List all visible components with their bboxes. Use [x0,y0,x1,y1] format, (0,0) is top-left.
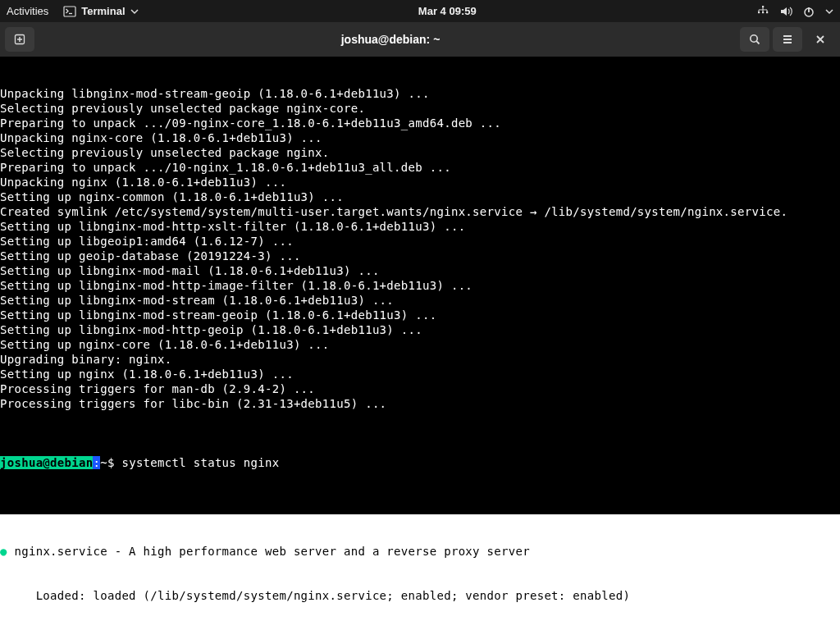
search-button[interactable] [740,27,769,52]
window-title: joshua@debian: ~ [41,33,740,46]
systemctl-status-output: ● nginx.service - A high performance web… [0,514,840,630]
output-line: Setting up libgeoip1:amd64 (1.6.12-7) ..… [0,234,840,249]
output-line: Setting up libnginx-mod-stream (1.18.0-6… [0,293,840,308]
output-line: Created symlink /etc/systemd/system/mult… [0,204,840,219]
svg-rect-1 [762,6,764,7]
output-line: Setting up libnginx-mod-http-geoip (1.18… [0,322,840,337]
chevron-down-icon[interactable] [825,7,833,16]
output-line: Processing triggers for libc-bin (2.31-1… [0,396,840,411]
output-line: Selecting previously unselected package … [0,145,840,160]
svg-rect-4 [766,11,768,13]
output-line: Unpacking libnginx-mod-stream-geoip (1.1… [0,86,840,101]
svg-rect-3 [762,11,764,13]
output-line: Preparing to unpack .../10-nginx_1.18.0-… [0,160,840,175]
output-line: Setting up geoip-database (20191224-3) .… [0,249,840,263]
terminal-titlebar: joshua@debian: ~ [0,22,840,57]
terminal-icon [63,5,76,18]
output-line: Setting up libnginx-mod-http-image-filte… [0,278,840,293]
hamburger-icon [781,33,794,46]
close-button[interactable] [806,27,835,52]
menu-button[interactable] [773,27,802,52]
svg-rect-2 [758,11,760,13]
new-tab-button[interactable] [5,27,34,52]
command-text: systemctl status nginx [121,456,279,469]
activities-button[interactable]: Activities [7,5,48,17]
gnome-top-bar: Activities Terminal Mar 4 09:59 [0,0,840,22]
svg-rect-0 [64,7,75,16]
output-line: Setting up nginx (1.18.0-6.1+deb11u3) ..… [0,367,840,381]
power-icon[interactable] [802,5,815,18]
output-line: Setting up nginx-core (1.18.0-6.1+deb11u… [0,337,840,352]
chevron-down-icon [130,7,139,16]
shell-prompt: joshua@debian:~$ systemctl status nginx [0,455,840,470]
terminal-app-menu[interactable]: Terminal [63,5,138,18]
output-line: Setting up libnginx-mod-mail (1.18.0-6.1… [0,263,840,278]
output-line: Setting up libnginx-mod-http-xslt-filter… [0,219,840,234]
output-line: Setting up nginx-common (1.18.0-6.1+deb1… [0,189,840,204]
clock[interactable]: Mar 4 09:59 [139,5,756,17]
output-line: Upgrading binary: nginx. [0,352,840,367]
output-line: Selecting previously unselected package … [0,101,840,116]
search-icon [748,33,761,46]
network-icon[interactable] [756,5,769,18]
terminal-output[interactable]: Unpacking libnginx-mod-stream-geoip (1.1… [0,57,840,630]
output-line: Setting up libnginx-mod-stream-geoip (1.… [0,308,840,322]
close-icon [815,34,826,45]
output-line: Processing triggers for man-db (2.9.4-2)… [0,381,840,396]
output-line: Unpacking nginx (1.18.0-6.1+deb11u3) ... [0,175,840,189]
svg-point-7 [751,35,757,42]
volume-icon[interactable] [779,5,792,18]
output-line: Unpacking nginx-core (1.18.0-6.1+deb11u3… [0,130,840,145]
output-line: Preparing to unpack .../09-nginx-core_1.… [0,116,840,130]
